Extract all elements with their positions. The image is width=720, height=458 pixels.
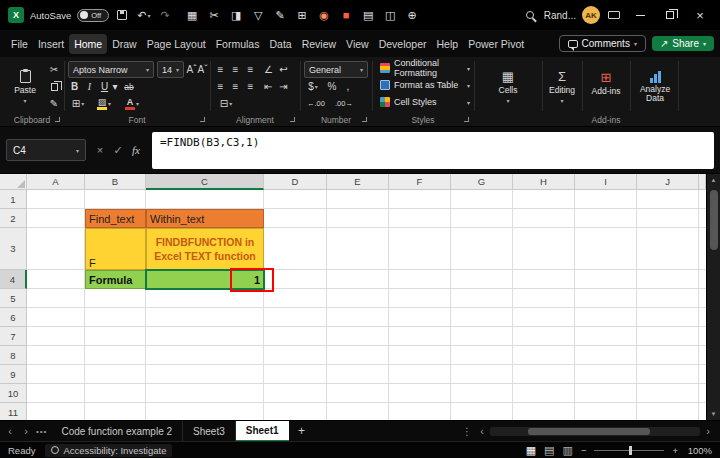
tab-data[interactable]: Data bbox=[264, 34, 296, 54]
zoom-in-button[interactable]: + bbox=[672, 445, 678, 456]
align-right-button[interactable]: ≡ bbox=[244, 79, 257, 94]
save-button[interactable] bbox=[115, 0, 129, 30]
scroll-right-icon[interactable]: › bbox=[702, 425, 714, 437]
decrease-font-size-button[interactable]: Aˇ bbox=[197, 62, 208, 77]
row-header-5[interactable]: 5 bbox=[0, 289, 27, 308]
stop-recording-icon[interactable]: ■ bbox=[340, 9, 353, 21]
share-button[interactable]: ↗ Share ▾ bbox=[652, 36, 714, 51]
row-header-3[interactable]: 3 bbox=[0, 228, 27, 270]
cancel-formula-button[interactable]: × bbox=[92, 139, 108, 161]
scroll-down-icon[interactable]: ▼ bbox=[711, 408, 717, 420]
comments-button[interactable]: Comments ▾ bbox=[559, 35, 646, 52]
pivot-table-icon[interactable]: ◫ bbox=[384, 9, 397, 22]
cut-icon[interactable]: ✂ bbox=[208, 9, 221, 22]
tab-home[interactable]: Home bbox=[69, 34, 107, 54]
page-layout-view-icon[interactable]: ▤ bbox=[544, 444, 554, 457]
column-header-E[interactable]: E bbox=[327, 174, 389, 190]
column-header-C[interactable]: C bbox=[146, 174, 264, 190]
style-button-conditional-formatting[interactable]: Conditional Formatting▾ bbox=[378, 60, 472, 76]
font-size-select[interactable]: 14 ▾ bbox=[157, 61, 184, 78]
add-ins-button[interactable]: ⊞ Add-ins bbox=[584, 61, 628, 105]
cell-C2[interactable]: Within_text bbox=[146, 209, 264, 228]
cell-B2[interactable]: Find_text bbox=[85, 209, 146, 228]
redo-button[interactable]: ↷ bbox=[158, 0, 171, 30]
add-user-icon[interactable]: ⊕ bbox=[406, 9, 419, 22]
draw-icon[interactable]: ✎ bbox=[274, 9, 287, 22]
bold-button[interactable]: B bbox=[68, 79, 81, 94]
middle-align-button[interactable]: ≡ bbox=[229, 62, 242, 77]
column-header-I[interactable]: I bbox=[575, 174, 637, 190]
tab-page-layout[interactable]: Page Layout bbox=[142, 34, 211, 54]
style-button-format-as-table[interactable]: Format as Table▾ bbox=[378, 77, 472, 93]
orientation-button[interactable]: ∠ bbox=[262, 62, 275, 77]
underline-button[interactable]: U bbox=[98, 79, 111, 94]
tab-formulas[interactable]: Formulas bbox=[211, 34, 265, 54]
autosave-toggle[interactable]: Off bbox=[77, 9, 109, 22]
cell-C3[interactable]: FINDBFUNCTION inExcel TEXT function bbox=[146, 228, 264, 270]
currency-format-button[interactable]: $▾ bbox=[304, 79, 322, 94]
close-button[interactable]: × bbox=[688, 0, 712, 30]
sheet-nav-right-icon[interactable]: › bbox=[20, 425, 32, 437]
tab-draw[interactable]: Draw bbox=[107, 34, 142, 54]
zoom-slider[interactable] bbox=[594, 450, 664, 451]
horizontal-scroll-thumb[interactable] bbox=[528, 428, 650, 435]
fill-color-button[interactable]: ▨ ▾ bbox=[92, 96, 116, 111]
strikethrough-button[interactable]: ab bbox=[121, 79, 137, 94]
zoom-out-button[interactable]: − bbox=[581, 445, 587, 456]
italic-button[interactable]: I bbox=[83, 79, 96, 94]
top-align-button[interactable]: ≡ bbox=[214, 62, 227, 77]
number-format-select[interactable]: General ▾ bbox=[304, 61, 368, 78]
scroll-up-icon[interactable]: ▲ bbox=[711, 174, 717, 186]
zoom-slider-thumb[interactable] bbox=[629, 446, 632, 455]
row-header-11[interactable]: 11 bbox=[0, 403, 27, 420]
increase-indent-button[interactable]: ⇥ bbox=[277, 79, 290, 94]
sheet-tab-code-function-example-2[interactable]: Code function example 2 bbox=[51, 421, 183, 442]
insert-function-button[interactable]: fx bbox=[128, 139, 144, 161]
row-header-7[interactable]: 7 bbox=[0, 327, 27, 346]
increase-decimal-button[interactable]: ←.00 bbox=[304, 96, 328, 111]
style-button-cell-styles[interactable]: Cell Styles▾ bbox=[378, 94, 472, 110]
notebook-icon[interactable]: ▤ bbox=[362, 9, 375, 22]
accessibility-status-button[interactable]: Accessibility: Investigate bbox=[45, 444, 172, 457]
page-break-preview-icon[interactable]: ▥ bbox=[562, 444, 572, 457]
copy-button[interactable] bbox=[46, 79, 62, 94]
comma-style-button[interactable]: , bbox=[342, 79, 354, 94]
borders-icon[interactable]: ⊞ bbox=[296, 9, 309, 22]
decrease-decimal-button[interactable]: .00→ bbox=[332, 96, 356, 111]
column-header-G[interactable]: G bbox=[451, 174, 513, 190]
align-left-button[interactable]: ≡ bbox=[214, 79, 227, 94]
sheet-nav-more-icon[interactable]: ••• bbox=[36, 427, 47, 436]
clipboard-dialog-launcher-icon[interactable] bbox=[55, 117, 60, 122]
horizontal-scrollbar[interactable]: ‹ › bbox=[476, 425, 714, 437]
horizontal-scroll-track[interactable] bbox=[490, 427, 700, 436]
new-sheet-button[interactable]: + bbox=[293, 424, 311, 438]
decrease-indent-button[interactable]: ⇤ bbox=[262, 79, 275, 94]
zoom-percentage[interactable]: 100% bbox=[686, 445, 712, 456]
sheet-tab-sheet3[interactable]: Sheet3 bbox=[183, 421, 236, 442]
spreadsheet-grid[interactable]: ABCDEFGHIJ1234567891011Find_textWithin_t… bbox=[0, 174, 706, 420]
minimize-button[interactable] bbox=[628, 0, 652, 30]
alignment-dialog-launcher-icon[interactable] bbox=[290, 117, 295, 122]
tab-review[interactable]: Review bbox=[297, 34, 341, 54]
column-header-A[interactable]: A bbox=[27, 174, 85, 190]
font-color-button[interactable]: A ▾ bbox=[120, 96, 144, 111]
increase-font-size-button[interactable]: Aˆ bbox=[186, 62, 197, 77]
row-header-10[interactable]: 10 bbox=[0, 384, 27, 403]
sheet-view-icon[interactable]: ▦ bbox=[186, 9, 199, 22]
tab-help[interactable]: Help bbox=[432, 34, 464, 54]
underline-options-chevron-icon[interactable]: ▾ bbox=[111, 79, 119, 94]
font-name-select[interactable]: Aptos Narrow ▾ bbox=[68, 61, 154, 78]
cut-button[interactable]: ✂ bbox=[46, 62, 62, 77]
column-header-J[interactable]: J bbox=[637, 174, 699, 190]
avatar[interactable]: AK bbox=[582, 6, 600, 24]
name-box[interactable]: C4 ▾ bbox=[6, 139, 86, 161]
scroll-left-icon[interactable]: ‹ bbox=[476, 425, 488, 437]
column-header-D[interactable]: D bbox=[264, 174, 327, 190]
center-button[interactable]: ≡ bbox=[229, 79, 242, 94]
analyze-data-button[interactable]: Analyze Data bbox=[632, 61, 678, 113]
tab-insert[interactable]: Insert bbox=[33, 34, 69, 54]
undo-button[interactable]: ↶▾ bbox=[135, 0, 152, 30]
sheet-options-icon[interactable]: ⋮ bbox=[462, 426, 472, 437]
select-all-button[interactable] bbox=[0, 174, 27, 190]
restore-button[interactable] bbox=[658, 0, 682, 30]
